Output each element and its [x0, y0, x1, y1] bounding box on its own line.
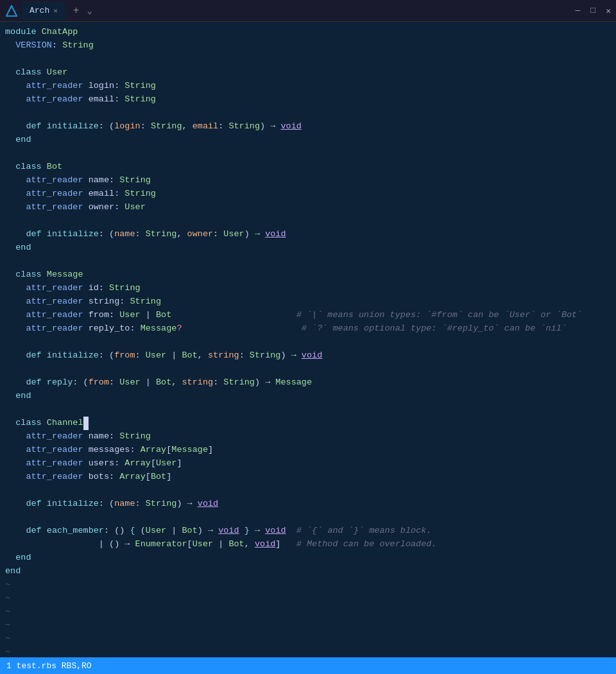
line-42: ~ — [0, 578, 616, 592]
arch-icon — [5, 4, 18, 17]
line-24 — [0, 336, 616, 349]
line-22: attr_reader from: User | Bot # `|` means… — [0, 309, 616, 322]
line-10 — [0, 147, 616, 160]
line-20: attr_reader id: String — [0, 282, 616, 295]
line-27: def reply: (from: User | Bot, string: St… — [0, 376, 616, 390]
line-16: def initialize: (name: String, owner: Us… — [0, 228, 616, 241]
line-7 — [0, 107, 616, 120]
line-12: attr_reader name: String — [0, 174, 616, 187]
editor-area[interactable]: module ChatApp VERSION: String class Use… — [0, 22, 616, 657]
line-28: end — [0, 390, 616, 403]
line-33: attr_reader users: Array[User] — [0, 457, 616, 471]
maximize-button[interactable]: □ — [590, 6, 595, 15]
window-controls: — □ ✕ — [576, 6, 611, 16]
line-34: attr_reader bots: Array[Bot] — [0, 471, 616, 484]
titlebar: Arch ✕ + ⌄ — □ ✕ — [0, 0, 616, 22]
line-1: module ChatApp — [0, 26, 616, 39]
line-13: attr_reader email: String — [0, 187, 616, 201]
line-25: def initialize: (from: User | Bot, strin… — [0, 349, 616, 363]
line-11: class Bot — [0, 160, 616, 174]
line-19: class Message — [0, 268, 616, 282]
statusbar: 1 test.rbs RBS,RO — [0, 657, 616, 674]
line-14: attr_reader owner: User — [0, 201, 616, 214]
statusbar-text: 1 test.rbs RBS,RO — [6, 661, 92, 671]
line-41: end — [0, 565, 616, 578]
line-26 — [0, 363, 616, 376]
line-2: VERSION: String — [0, 39, 616, 53]
line-15 — [0, 214, 616, 228]
line-38: def each_member: () { (User | Bot) → voi… — [0, 524, 616, 538]
close-button[interactable]: ✕ — [606, 6, 611, 16]
line-36: def initialize: (name: String) → void — [0, 497, 616, 511]
line-40: end — [0, 551, 616, 565]
line-35 — [0, 484, 616, 497]
tabs-chevron-icon[interactable]: ⌄ — [87, 5, 92, 16]
line-47: ~ — [0, 646, 616, 657]
line-46: ~ — [0, 632, 616, 646]
line-5: attr_reader login: String — [0, 80, 616, 93]
line-4: class User — [0, 66, 616, 80]
line-32: attr_reader messages: Array[Message] — [0, 444, 616, 457]
line-44: ~ — [0, 605, 616, 619]
line-3 — [0, 53, 616, 66]
active-tab[interactable]: Arch ✕ — [22, 2, 65, 20]
minimize-button[interactable]: — — [576, 6, 581, 15]
line-23: attr_reader reply_to: Message? # `?` mea… — [0, 322, 616, 336]
tab-close-icon[interactable]: ✕ — [53, 6, 58, 15]
line-21: attr_reader string: String — [0, 295, 616, 309]
tab-label: Arch — [30, 6, 49, 15]
line-30: class Channel — [0, 417, 616, 430]
svg-marker-0 — [6, 5, 17, 15]
line-45: ~ — [0, 619, 616, 632]
line-9: end — [0, 134, 616, 147]
line-18 — [0, 255, 616, 268]
line-43: ~ — [0, 592, 616, 605]
line-31: attr_reader name: String — [0, 430, 616, 444]
line-37 — [0, 511, 616, 524]
new-tab-button[interactable]: + — [69, 5, 83, 17]
line-29 — [0, 403, 616, 417]
line-17: end — [0, 241, 616, 255]
line-8: def initialize: (login: String, email: S… — [0, 120, 616, 134]
line-6: attr_reader email: String — [0, 93, 616, 107]
line-39: | () → Enumerator[User | Bot, void] # Me… — [0, 538, 616, 551]
